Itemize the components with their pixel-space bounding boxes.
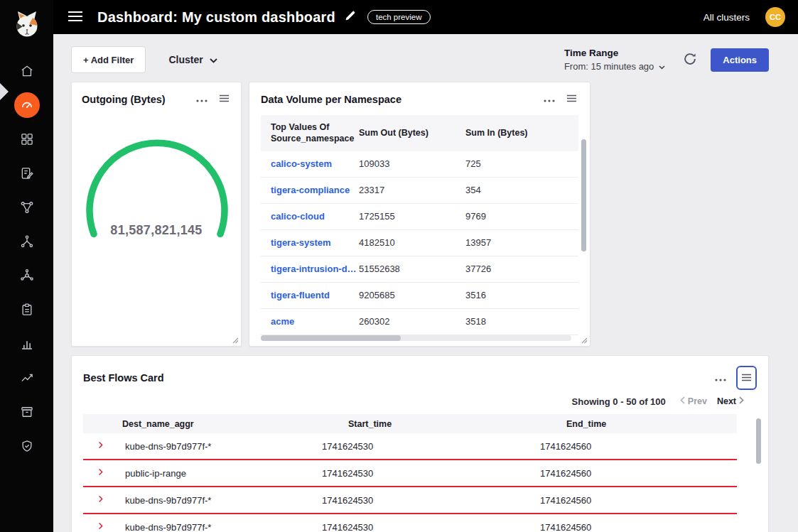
cluster-scope-selector[interactable]: All clusters: [703, 12, 750, 23]
cluster-dropdown-label: Cluster: [168, 54, 203, 65]
policies-edit-icon: [20, 166, 34, 180]
namespace-table-row: calico-system 109033 725: [261, 151, 578, 178]
security-shield-icon: [20, 439, 34, 453]
toolbar-right: Time Range From: 15 minutes ago: [564, 48, 769, 72]
refresh-button[interactable]: [680, 49, 700, 71]
expand-row-button[interactable]: [96, 521, 122, 532]
endpoints-grid-icon: [20, 132, 34, 146]
card-menu-button[interactable]: [195, 92, 209, 106]
time-range-value: From: 15 minutes ago: [564, 61, 654, 72]
edit-dashboard-button[interactable]: [343, 9, 357, 26]
namespace-link[interactable]: calico-cloud: [261, 211, 359, 222]
namespace-link[interactable]: calico-system: [261, 158, 359, 169]
sidebar: [0, 0, 53, 532]
card-actions: [542, 92, 578, 106]
best-flows-card: Best Flows Card: [71, 355, 769, 532]
network-graph-icon: [20, 200, 34, 215]
column-header: Sum In (Bytes): [465, 127, 578, 139]
dest-name: public-ip-range: [122, 468, 322, 479]
sidebar-item-activity[interactable]: [0, 361, 53, 395]
namespace-link[interactable]: tigera-system: [261, 237, 359, 248]
start-time: 1741624530: [322, 441, 540, 452]
hamburger-icon: [68, 11, 83, 24]
sidebar-item-clusters[interactable]: [0, 259, 53, 293]
add-filter-button[interactable]: + Add Filter: [71, 46, 146, 73]
clusters-icon: [20, 268, 34, 283]
expand-row-button[interactable]: [96, 440, 122, 452]
namespace-link[interactable]: acme: [261, 316, 359, 327]
sum-in-value: 3518: [465, 316, 578, 327]
sidebar-item-network-graph[interactable]: [0, 190, 53, 224]
reports-bar-chart-icon: [20, 337, 34, 351]
chevron-right-icon: [96, 467, 105, 479]
resize-handle[interactable]: [581, 337, 588, 344]
resize-handle[interactable]: [232, 337, 239, 344]
sum-out-value: 9205685: [359, 290, 465, 300]
column-header: Start_time: [348, 419, 566, 429]
chevron-right-icon: [739, 396, 744, 406]
sidebar-item-reports[interactable]: [0, 327, 53, 361]
card-drag-handle[interactable]: [217, 92, 231, 106]
menu-button[interactable]: [65, 8, 86, 27]
sum-in-value: 13957: [465, 237, 578, 248]
namespace-link[interactable]: tigera-intrusion-d…: [261, 264, 359, 274]
card-menu-button[interactable]: [713, 371, 728, 385]
compliance-clipboard-icon: [20, 303, 34, 317]
card-drag-handle-focused[interactable]: [736, 366, 757, 390]
sidebar-item-compliance[interactable]: [0, 293, 53, 327]
sum-out-value: 51552638: [359, 264, 465, 274]
sidebar-item-service-graph[interactable]: [0, 224, 53, 259]
time-range: Time Range From: 15 minutes ago: [564, 48, 665, 72]
sum-out-value: 260302: [359, 316, 465, 327]
card-header: Outgoing (Bytes): [82, 92, 231, 106]
user-avatar[interactable]: CC: [765, 7, 785, 27]
vertical-scrollbar-thumb[interactable]: [581, 139, 586, 251]
horizontal-scrollbar-thumb[interactable]: [261, 335, 401, 341]
namespace-link[interactable]: tigera-fluentd: [261, 290, 359, 300]
dashboard-content: + Add Filter Cluster Time Range From: 15…: [53, 34, 798, 532]
sidebar-item-policies[interactable]: [0, 156, 53, 190]
ellipsis-icon: [196, 94, 207, 104]
vertical-scrollbar-thumb[interactable]: [756, 418, 761, 464]
flows-table-row: public-ip-range 1741624530 1741624560: [83, 460, 737, 487]
card-title: Outgoing (Bytes): [82, 94, 166, 105]
namespace-link[interactable]: tigera-compliance: [261, 185, 359, 195]
cluster-dropdown[interactable]: Cluster: [164, 53, 221, 66]
drag-handle-icon: [741, 371, 752, 384]
card-actions: [713, 366, 757, 390]
drag-handle-icon: [566, 94, 577, 104]
end-time: 1741624560: [540, 495, 737, 506]
card-title: Best Flows Card: [83, 372, 164, 384]
dest-name: kube-dns-9b7d977f-*: [122, 441, 322, 452]
main-area: Dashboard: My custom dashboard tech prev…: [53, 0, 798, 532]
flows-table-row: kube-dns-9b7d977f-* 1741624530 174162456…: [83, 487, 737, 514]
expand-row-button[interactable]: [96, 494, 122, 506]
actions-button[interactable]: Actions: [711, 48, 769, 72]
app-root: Dashboard: My custom dashboard tech prev…: [0, 0, 798, 532]
sum-in-value: 3516: [465, 290, 578, 300]
card-drag-handle[interactable]: [565, 92, 578, 106]
sum-out-value: 1725155: [359, 211, 465, 222]
dashboard-gauge-icon: [14, 92, 40, 118]
expand-row-button[interactable]: [96, 467, 122, 479]
namespace-table: Top Values Of Source_namespace Sum Out (…: [261, 115, 578, 335]
horizontal-scrollbar[interactable]: [261, 335, 571, 341]
ellipsis-icon: [715, 373, 726, 384]
namespace-table-row: tigera-system 4182510 13957: [261, 230, 578, 256]
sidebar-item-security[interactable]: [0, 429, 53, 463]
card-menu-button[interactable]: [542, 92, 556, 106]
namespace-table-row: acme 260302 3518: [261, 309, 578, 335]
next-page-button[interactable]: Next: [714, 395, 747, 408]
calico-logo[interactable]: [11, 9, 43, 43]
column-header: End_time: [566, 419, 737, 429]
time-range-label: Time Range: [564, 48, 665, 58]
sidebar-item-storage[interactable]: [0, 395, 53, 429]
sidebar-item-endpoints[interactable]: [0, 122, 53, 156]
time-range-selector[interactable]: From: 15 minutes ago: [564, 61, 665, 72]
namespace-table-row: calico-cloud 1725155 9769: [261, 204, 578, 230]
sum-out-value: 109033: [359, 158, 465, 169]
prev-page-button[interactable]: Prev: [677, 395, 710, 408]
flows-table-row: kube-dns-9b7d977f-* 1741624530 174162456…: [83, 514, 737, 532]
start-time: 1741624530: [322, 468, 540, 479]
sum-out-value: 23317: [359, 185, 465, 195]
